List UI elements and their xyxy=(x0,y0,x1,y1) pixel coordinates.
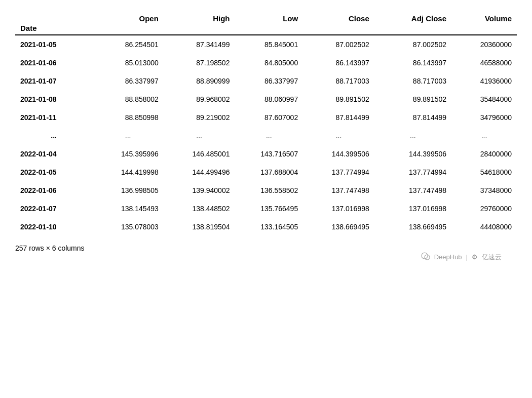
table-row: 2022-01-04145.395996146.485001143.716507… xyxy=(15,145,517,163)
col-header-date: Date xyxy=(15,24,92,35)
table-row: 2021-01-1188.85099889.21900287.60700287.… xyxy=(15,108,517,127)
cell-open: 144.419998 xyxy=(92,163,164,181)
cell-open: 86.337997 xyxy=(92,72,164,90)
watermark-text-yiyun: 亿速云 xyxy=(482,253,502,262)
cell-low: 88.060997 xyxy=(235,90,303,108)
cell-adj_close: 86.143997 xyxy=(374,54,451,72)
data-table: Open High Low Close Adj Close Volume Dat… xyxy=(15,10,517,236)
table-body: 2021-01-0586.25450187.34149985.84500187.… xyxy=(15,35,517,236)
cell-open: ... xyxy=(92,127,164,145)
cell-adj_close: 137.747498 xyxy=(374,181,451,200)
cell-volume: 37348000 xyxy=(451,181,517,200)
cell-date: 2021-01-07 xyxy=(15,72,92,90)
cell-low: 85.845001 xyxy=(235,35,303,54)
cell-close: ... xyxy=(303,127,374,145)
cell-open: 86.254501 xyxy=(92,35,164,54)
cell-date: 2022-01-06 xyxy=(15,181,92,200)
cell-low: 135.766495 xyxy=(235,200,303,218)
cell-close: 137.016998 xyxy=(303,200,374,218)
cell-close: 87.814499 xyxy=(303,108,374,127)
watermark-text-deephub: DeepHub xyxy=(434,253,462,261)
cell-volume: 28400000 xyxy=(451,145,517,163)
cell-adj_close: 87.814499 xyxy=(374,108,451,127)
cell-adj_close: 87.002502 xyxy=(374,35,451,54)
cell-low: 133.164505 xyxy=(235,218,303,236)
cell-volume: 44408000 xyxy=(451,218,517,236)
data-table-wrapper: Open High Low Close Adj Close Volume Dat… xyxy=(15,10,517,252)
cell-adj_close: 89.891502 xyxy=(374,90,451,108)
cell-high: 87.198502 xyxy=(164,54,235,72)
table-header-row: Open High Low Close Adj Close Volume xyxy=(15,10,517,24)
cell-volume: 34796000 xyxy=(451,108,517,127)
watermark: DeepHub | ⚙ 亿速云 xyxy=(421,252,502,262)
cell-date: 2022-01-05 xyxy=(15,163,92,181)
table-row: 2022-01-06136.998505139.940002136.558502… xyxy=(15,181,517,200)
cell-close: 137.747498 xyxy=(303,181,374,200)
cell-low: 136.558502 xyxy=(235,181,303,200)
table-row: 2021-01-0786.33799788.89099986.33799788.… xyxy=(15,72,517,90)
cell-volume: 54618000 xyxy=(451,163,517,181)
cell-open: 88.850998 xyxy=(92,108,164,127)
cell-close: 87.002502 xyxy=(303,35,374,54)
cell-high: 88.890999 xyxy=(164,72,235,90)
table-row: 2022-01-05144.419998144.499496137.688004… xyxy=(15,163,517,181)
cell-date: 2022-01-10 xyxy=(15,218,92,236)
table-row: 2022-01-07138.145493138.448502135.766495… xyxy=(15,200,517,218)
row-count-label: 257 rows × 6 columns xyxy=(15,244,85,252)
cell-high: 139.940002 xyxy=(164,181,235,200)
cell-open: 145.395996 xyxy=(92,145,164,163)
col-header-high: High xyxy=(164,10,235,24)
table-row: 2021-01-0888.85800289.96800288.06099789.… xyxy=(15,90,517,108)
cell-close: 144.399506 xyxy=(303,145,374,163)
cell-close: 138.669495 xyxy=(303,218,374,236)
cell-volume: 35484000 xyxy=(451,90,517,108)
cell-date: 2021-01-11 xyxy=(15,108,92,127)
col-header-open: Open xyxy=(92,10,164,24)
table-row: 2021-01-0685.01300087.19850284.80500086.… xyxy=(15,54,517,72)
cell-high: 144.499496 xyxy=(164,163,235,181)
cell-low: 84.805000 xyxy=(235,54,303,72)
cell-low: 86.337997 xyxy=(235,72,303,90)
cell-adj_close: ... xyxy=(374,127,451,145)
cell-high: 138.819504 xyxy=(164,218,235,236)
cell-adj_close: 137.774994 xyxy=(374,163,451,181)
watermark-container: DeepHub | ⚙ 亿速云 xyxy=(15,252,517,267)
cell-open: 85.013000 xyxy=(92,54,164,72)
watermark-separator: | xyxy=(466,253,468,261)
cell-high: 89.968002 xyxy=(164,90,235,108)
cell-close: 137.774994 xyxy=(303,163,374,181)
cell-date: 2021-01-05 xyxy=(15,35,92,54)
cell-date: 2021-01-08 xyxy=(15,90,92,108)
watermark-icon-yiyun: ⚙ xyxy=(472,253,478,261)
table-date-label-row: Date xyxy=(15,24,517,35)
cell-open: 136.998505 xyxy=(92,181,164,200)
col-header-empty xyxy=(15,10,92,24)
cell-low: ... xyxy=(235,127,303,145)
table-row: 2022-01-10135.078003138.819504133.164505… xyxy=(15,218,517,236)
cell-date: ... xyxy=(15,127,92,145)
cell-adj_close: 137.016998 xyxy=(374,200,451,218)
table-row: 2021-01-0586.25450187.34149985.84500187.… xyxy=(15,35,517,54)
table-row: ..................... xyxy=(15,127,517,145)
table-footer: 257 rows × 6 columns xyxy=(15,244,517,252)
cell-close: 88.717003 xyxy=(303,72,374,90)
col-header-close: Close xyxy=(303,10,374,24)
wechat-icon xyxy=(421,252,430,261)
cell-adj_close: 144.399506 xyxy=(374,145,451,163)
cell-date: 2022-01-07 xyxy=(15,200,92,218)
col-header-volume: Volume xyxy=(451,10,517,24)
col-header-low: Low xyxy=(235,10,303,24)
cell-close: 86.143997 xyxy=(303,54,374,72)
cell-volume: 20360000 xyxy=(451,35,517,54)
cell-high: ... xyxy=(164,127,235,145)
cell-open: 135.078003 xyxy=(92,218,164,236)
cell-adj_close: 88.717003 xyxy=(374,72,451,90)
cell-high: 89.219002 xyxy=(164,108,235,127)
cell-date: 2021-01-06 xyxy=(15,54,92,72)
cell-open: 88.858002 xyxy=(92,90,164,108)
cell-close: 89.891502 xyxy=(303,90,374,108)
cell-low: 87.607002 xyxy=(235,108,303,127)
watermark-deephub xyxy=(421,252,430,262)
cell-volume: 41936000 xyxy=(451,72,517,90)
cell-low: 137.688004 xyxy=(235,163,303,181)
